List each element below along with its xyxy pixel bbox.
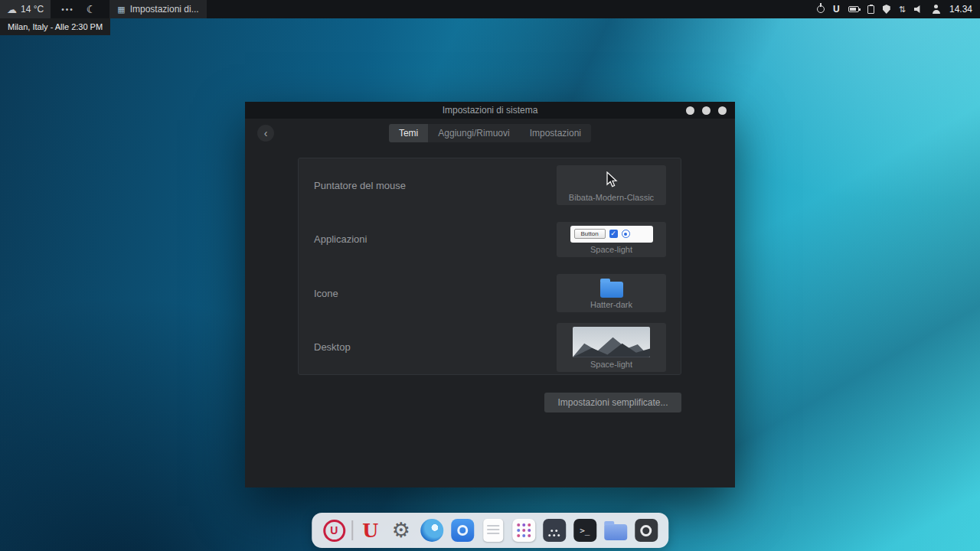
blue-app-icon [451, 519, 474, 542]
clock[interactable]: 14.34 [949, 4, 972, 15]
mini-checkbox-icon: ✓ [609, 230, 618, 238]
dock-icon-keyboard[interactable] [541, 517, 567, 543]
row-label: Puntatore del mouse [314, 180, 406, 191]
mouse-pointer-preview[interactable]: Bibata-Modern-Classic [557, 165, 666, 205]
row-label: Desktop [314, 341, 351, 353]
row-label: Icone [314, 288, 338, 299]
wallpaper-preview[interactable]: Space-light [557, 323, 666, 372]
red-u-icon: U [362, 520, 378, 542]
network-icon[interactable]: ⇅ [899, 5, 906, 15]
camera-lens-icon [635, 519, 658, 542]
system-tray: U ⇅ 14.34 [817, 4, 980, 15]
window-title: Impostazioni di sistema [245, 102, 735, 119]
wallpaper-theme-name: Space-light [590, 360, 632, 369]
row-label: Applicazioni [314, 233, 367, 245]
row-icons: Icone Hatter-dark [299, 266, 681, 321]
icon-theme-name: Hatter-dark [590, 300, 632, 309]
weather-temperature: 14 °C [21, 4, 44, 15]
ring-u-icon: U [323, 520, 345, 542]
dock-icon-terminal[interactable]: >_ [572, 517, 598, 543]
tab-temi[interactable]: Temi [389, 124, 428, 142]
window-titlebar[interactable]: Impostazioni di sistema [245, 102, 735, 119]
window-controls [686, 106, 727, 115]
weather-cloud-icon: ☁ [7, 4, 17, 15]
dock-icon-blue-app[interactable] [449, 517, 475, 543]
cursor-icon [606, 169, 618, 191]
volume-icon[interactable] [914, 5, 923, 14]
files-folder-icon [604, 524, 627, 540]
folder-icon [600, 282, 623, 298]
window-body: Puntatore del mouse Bibata-Modern-Classi… [245, 148, 735, 487]
cursor-theme-name: Bibata-Modern-Classic [569, 193, 654, 202]
taskbar-app-tab[interactable]: ▦ Impostazioni di... [109, 0, 206, 18]
dock-icon-ubuntu-dde[interactable]: U [321, 517, 347, 543]
wallpaper-thumbnail [573, 327, 650, 357]
dock-icon-settings[interactable]: ⚙ [388, 517, 414, 543]
row-applications: Applicazioni Button ✓ Space-light [299, 213, 681, 267]
terminal-icon: >_ [573, 519, 596, 542]
user-account-icon[interactable] [932, 5, 941, 14]
gear-icon: ⚙ [392, 520, 410, 541]
dock-icon-app-grid[interactable] [511, 517, 537, 543]
night-mode-icon[interactable]: ☾ [87, 3, 96, 15]
chevron-left-icon: ‹ [264, 127, 268, 139]
panel-overflow-menu[interactable]: ••• [61, 5, 74, 14]
application-theme-preview[interactable]: Button ✓ Space-light [557, 222, 666, 257]
dock-icon-files[interactable] [603, 517, 629, 543]
maximize-button[interactable] [702, 106, 710, 115]
dock-separator [351, 520, 353, 540]
clipboard-icon[interactable] [867, 5, 874, 14]
minimize-button[interactable] [686, 106, 694, 115]
dock-icon-text-editor[interactable] [480, 517, 506, 543]
window-header: ‹ Temi Aggiungi/Rimuovi Impostazioni [245, 119, 735, 148]
icon-theme-preview[interactable]: Hatter-dark [557, 274, 666, 312]
weather-widget[interactable]: ☁ 14 °C [0, 0, 51, 18]
taskbar-app-label: Impostazioni di... [130, 4, 199, 15]
ubuntu-logo-icon[interactable]: U [833, 4, 840, 15]
tab-aggiungi-rimuovi[interactable]: Aggiungi/Rimuovi [428, 124, 519, 142]
mini-button: Button [574, 229, 606, 239]
tab-bar: Temi Aggiungi/Rimuovi Impostazioni [389, 124, 591, 142]
tab-impostazioni[interactable]: Impostazioni [520, 124, 591, 142]
dock-icon-browser[interactable] [419, 517, 445, 543]
application-theme-name: Space-light [590, 245, 632, 254]
back-button[interactable]: ‹ [257, 125, 274, 142]
document-icon [483, 519, 503, 542]
app-grid-icon [512, 519, 535, 542]
row-mouse-pointer: Puntatore del mouse Bibata-Modern-Classi… [299, 158, 681, 213]
weather-tooltip: Milan, Italy - Alle 2:30 PM [0, 18, 110, 35]
row-desktop: Desktop Space-light [299, 321, 681, 375]
power-icon[interactable] [817, 5, 825, 13]
mini-radio-icon [622, 230, 630, 238]
desktop: ☁ 14 °C ••• ☾ ▦ Impostazioni di... U ⇅ 1… [0, 0, 980, 551]
security-shield-icon[interactable] [883, 5, 890, 14]
top-panel: ☁ 14 °C ••• ☾ ▦ Impostazioni di... U ⇅ 1… [0, 0, 980, 18]
dock-icon-camera[interactable] [633, 517, 659, 543]
keyboard-icon [543, 519, 566, 542]
close-button[interactable] [718, 106, 727, 115]
dock-icon-u-app[interactable]: U [358, 517, 384, 543]
battery-icon[interactable] [848, 6, 859, 12]
browser-globe-icon [420, 519, 443, 542]
simplified-settings-button[interactable]: Impostazioni semplificate... [544, 393, 681, 412]
widget-preview: Button ✓ [570, 226, 653, 243]
app-window-icon: ▦ [117, 5, 125, 15]
themes-card: Puntatore del mouse Bibata-Modern-Classi… [298, 158, 681, 375]
dock: U U ⚙ >_ [312, 513, 668, 548]
settings-window: Impostazioni di sistema ‹ Temi Aggiungi/… [245, 102, 735, 487]
